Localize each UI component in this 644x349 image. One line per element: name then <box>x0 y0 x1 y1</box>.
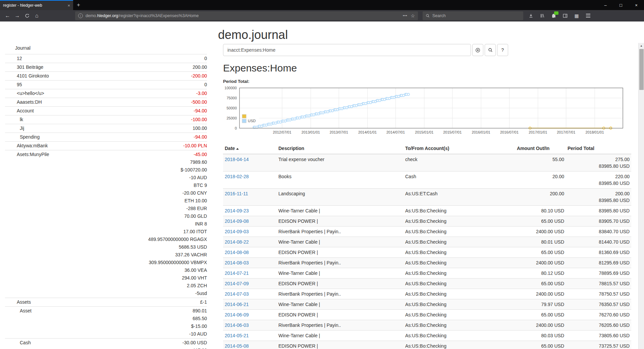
register-row[interactable]: 2014-07-09EDISON POWER |As:US:Bo:Checkin… <box>223 279 631 289</box>
transaction-account: As:US:Bo:Checking <box>404 289 515 299</box>
sidebar-account-link[interactable]: Spending <box>5 133 194 141</box>
period-total-cell: 81360.69 USD <box>566 247 631 258</box>
minimize-button[interactable]: – <box>598 0 613 10</box>
transaction-date-link[interactable]: 2014-05-21 <box>225 333 249 338</box>
bookmark-star-icon[interactable]: ☆ <box>411 13 415 18</box>
register-row[interactable]: 2014-05-08EDISON POWER |As:US:Bo:Checkin… <box>223 341 631 349</box>
forward-button[interactable]: → <box>12 11 22 20</box>
sidebar-account-link[interactable]: Asset <box>5 307 189 338</box>
transaction-date-link[interactable]: 2014-06-03 <box>225 322 249 328</box>
sidebar-account-link[interactable]: <u>hello</u> <box>5 90 196 97</box>
sidebar-account-link[interactable]: Jij <box>5 124 193 132</box>
library-button[interactable] <box>539 13 545 19</box>
transaction-date-link[interactable]: 2014-05-08 <box>225 343 249 349</box>
scrollbar-thumb[interactable] <box>639 49 644 90</box>
register-row[interactable]: 2014-06-03RiverBank Properties | Payin..… <box>223 320 631 331</box>
transaction-date-link[interactable]: 2014-09-03 <box>225 229 249 234</box>
menu-button[interactable] <box>585 13 591 19</box>
register-row[interactable]: 2018-02-28BooksCash20.00220.0083985.80 U… <box>223 171 631 189</box>
page-actions-icon[interactable]: ••• <box>403 14 408 17</box>
register-row[interactable]: 2014-09-08EDISON POWER |As:US:Bo:Checkin… <box>223 216 631 227</box>
url-bar[interactable]: i demo.hledger.org/register?q=inacct%3AE… <box>75 11 418 20</box>
column-header-amount[interactable]: Amount Out/In <box>515 143 566 154</box>
sidebar: Journal 120301 Beiträge200.004101 Giroko… <box>5 44 207 349</box>
transaction-date-link[interactable]: 2014-09-08 <box>225 218 249 224</box>
register-row[interactable]: 2014-08-03RiverBank Properties | Payin..… <box>223 258 631 268</box>
transaction-date-link[interactable]: 2016-11-11 <box>225 191 248 196</box>
page-scrollbar[interactable]: ▲ ▼ <box>638 43 644 349</box>
transaction-amount: 20.00 <box>515 171 566 189</box>
site-info-icon[interactable]: i <box>78 13 83 18</box>
browser-chrome: register - hledger-web × + – □ × ← → ⌂ i… <box>0 0 644 21</box>
clear-query-button[interactable] <box>472 44 483 56</box>
search-button[interactable] <box>485 44 496 56</box>
query-input[interactable] <box>223 44 471 56</box>
transaction-account: As:US:Bo:Checking <box>404 320 515 331</box>
register-row[interactable]: 2014-08-22Wine-Tarner Cable |As:US:Bo:Ch… <box>223 237 631 247</box>
register-row[interactable]: 2014-05-21Wine-Tarner Cable |As:US:Bo:Ch… <box>223 331 631 341</box>
register-row[interactable]: 2014-06-21Wine-Tarner Cable |As:US:Bo:Ch… <box>223 299 631 310</box>
transaction-date-link[interactable]: 2014-08-22 <box>225 239 249 245</box>
sidebar-account-link[interactable]: Aaasets:DH <box>5 98 191 106</box>
browser-search-field[interactable]: Search <box>423 11 523 20</box>
transaction-date-link[interactable]: 2014-07-03 <box>225 291 249 297</box>
period-total-chart[interactable]: 02500050000750001000002012/07/012013/01/… <box>223 85 633 140</box>
scroll-up-icon[interactable]: ▲ <box>639 43 644 49</box>
transaction-date-link[interactable]: 2014-07-09 <box>225 281 249 286</box>
sidebar-account-link[interactable]: 4101 Girokonto <box>5 72 191 80</box>
register-row[interactable]: 2014-07-21Wine-Tarner Cable |As:US:Bo:Ch… <box>223 268 631 279</box>
column-header-description[interactable]: Description <box>277 143 404 154</box>
chart-canvas: 02500050000750001000002012/07/012013/01/… <box>223 85 632 139</box>
column-header-date[interactable]: Date <box>223 143 277 154</box>
svg-text:2017/07/01: 2017/07/01 <box>557 130 575 134</box>
register-row[interactable]: 2016-11-11LandscapingAs:US:ET:Cash200.00… <box>223 189 631 206</box>
register-row[interactable]: 2018-04-14Trial expense vouchercheck55.0… <box>223 154 631 171</box>
transaction-date-link[interactable]: 2014-08-08 <box>225 250 249 255</box>
sidebar-account-link[interactable]: 95 <box>5 81 204 89</box>
transaction-date-link[interactable]: 2014-08-03 <box>225 260 249 265</box>
tab-close-icon[interactable]: × <box>67 3 70 8</box>
sidebar-account-link[interactable]: Aktywa:mBank <box>5 142 183 150</box>
sidebar-account-link[interactable]: Asets:MunyPile <box>5 151 148 297</box>
sidebar-item-journal[interactable]: Journal <box>5 44 207 54</box>
period-total-value: 81295.69 USD <box>568 259 630 266</box>
account-balance: $-15.00 <box>189 322 207 330</box>
transaction-date-link[interactable]: 2014-06-21 <box>225 302 249 307</box>
sidebar-account-link[interactable]: 12 <box>5 55 204 62</box>
register-row[interactable]: 2014-06-09EDISON POWER |As:US:Bo:Checkin… <box>223 310 631 320</box>
sidebar-account-link[interactable]: Cash <box>5 339 182 349</box>
reload-button[interactable] <box>22 11 32 20</box>
transaction-date-link[interactable]: 2014-06-09 <box>225 312 249 317</box>
register-row[interactable]: 2014-09-23Wine-Tarner Cable |As:US:Bo:Ch… <box>223 206 631 216</box>
column-header-account[interactable]: To/From Account(s) <box>404 143 515 154</box>
grid-button[interactable]: ▦ <box>574 13 580 19</box>
register-row[interactable]: 2014-07-03RiverBank Properties | Payin..… <box>223 289 631 299</box>
help-button[interactable]: ? <box>497 44 508 56</box>
download-button[interactable] <box>528 13 534 19</box>
register-row[interactable]: 2014-09-03RiverBank Properties | Payin..… <box>223 227 631 237</box>
transaction-date-link[interactable]: 2014-07-21 <box>225 270 249 276</box>
period-total-value: 83905.70 USD <box>568 218 630 225</box>
sidebar-account-link[interactable]: lk <box>5 116 191 123</box>
sidebar-account-link[interactable]: Account <box>5 107 194 115</box>
close-button[interactable]: × <box>629 0 644 10</box>
column-header-period-total[interactable]: Period Total <box>566 143 631 154</box>
maximize-button[interactable]: □ <box>613 0 629 10</box>
account-balance: 100.00 <box>193 124 207 132</box>
home-button[interactable]: ⌂ <box>32 11 42 20</box>
transaction-account: As:US:Bo:Checking <box>404 268 515 279</box>
browser-tab[interactable]: register - hledger-web × <box>0 0 73 10</box>
sidebar-toggle-button[interactable] <box>562 13 568 19</box>
transaction-date-link[interactable]: 2018-02-28 <box>225 174 249 179</box>
extension-button[interactable] <box>551 13 557 19</box>
back-button[interactable]: ← <box>3 11 12 20</box>
sidebar-account-link[interactable]: 301 Beiträge <box>5 63 193 71</box>
account-balance: £-1 <box>200 298 207 306</box>
sidebar-account-link[interactable]: Assets <box>5 298 200 306</box>
account-balances: 200.00 <box>193 63 207 71</box>
transaction-date-link[interactable]: 2014-09-23 <box>225 208 249 213</box>
register-row[interactable]: 2014-08-08EDISON POWER |As:US:Bo:Checkin… <box>223 247 631 258</box>
period-total-label: Period Total: <box>223 79 633 84</box>
transaction-date-link[interactable]: 2018-04-14 <box>225 157 249 162</box>
new-tab-button[interactable]: + <box>73 0 84 10</box>
